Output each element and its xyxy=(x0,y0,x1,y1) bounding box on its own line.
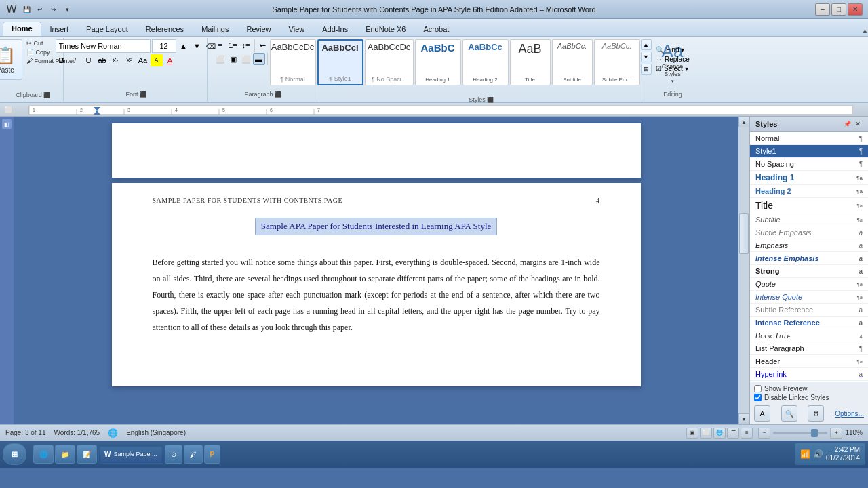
minimize-btn[interactable]: – xyxy=(815,3,830,16)
font-size-input[interactable] xyxy=(152,39,176,53)
tab-endnote[interactable]: EndNote X6 xyxy=(357,22,414,36)
scrollbar-track[interactable] xyxy=(738,127,749,413)
doc-title[interactable]: Sample APA Paper for Students Interested… xyxy=(255,218,498,235)
italic-btn[interactable]: I xyxy=(69,54,81,66)
web-layout-btn[interactable]: 🌐 xyxy=(713,428,726,439)
font-size-decrease-btn[interactable]: ▼ xyxy=(191,40,203,52)
style-normal-btn[interactable]: AaBbCcDc ¶ Normal xyxy=(270,39,316,85)
clipboard-expand-icon[interactable]: ⬛ xyxy=(43,92,50,98)
taskbar-ie[interactable]: 🌐 xyxy=(33,445,54,464)
taskbar-explorer[interactable]: 📁 xyxy=(55,445,75,464)
text-highlight-btn[interactable]: A xyxy=(151,54,163,66)
ruler-toggle[interactable]: ⬜ xyxy=(1,106,15,113)
doc-map-btn[interactable]: ◧ xyxy=(2,119,12,129)
style-subtitle-btn[interactable]: AaBbCc. Subtitle xyxy=(552,39,593,85)
bold-btn[interactable]: B xyxy=(56,54,68,66)
style-item-quote[interactable]: Quote ¶a xyxy=(750,278,868,291)
draft-btn[interactable]: ≡ xyxy=(741,428,753,439)
strikethrough-btn[interactable]: ab xyxy=(96,54,108,66)
zoom-thumb[interactable] xyxy=(811,429,818,437)
font-expand-icon[interactable]: ⬛ xyxy=(140,92,146,98)
underline-btn[interactable]: U xyxy=(83,54,95,66)
tab-mailings[interactable]: Mailings xyxy=(193,22,237,36)
disable-linked-checkbox[interactable]: Disable Linked Styles xyxy=(754,394,864,401)
undo-quick-btn[interactable]: ↩ xyxy=(34,3,46,16)
style-item-strong[interactable]: Strong a xyxy=(750,265,868,278)
paste-button[interactable]: 📋 Paste xyxy=(0,39,22,80)
panel-pin-btn[interactable]: 📌 xyxy=(842,119,852,129)
justify-btn[interactable]: ▬ xyxy=(253,53,265,65)
superscript-btn[interactable]: X² xyxy=(123,54,136,66)
disable-linked-input[interactable] xyxy=(754,394,762,401)
style-item-book-title[interactable]: Book Title a xyxy=(750,329,868,342)
select-btn[interactable]: ☑ Select ▾ xyxy=(653,64,690,73)
taskbar-ppt[interactable]: P xyxy=(204,445,221,464)
close-btn[interactable]: ✕ xyxy=(848,3,863,16)
new-style-btn[interactable]: A xyxy=(754,405,770,422)
replace-btn[interactable]: ↔ Replace xyxy=(653,55,692,64)
tab-acrobat[interactable]: Acrobat xyxy=(414,22,458,36)
style-item-subtle-em[interactable]: Subtle Emphasis a xyxy=(750,226,868,239)
panel-close-btn[interactable]: ✕ xyxy=(853,119,863,129)
taskbar-word[interactable]: W Sample Paper... xyxy=(98,445,163,464)
style-item-heading1[interactable]: Heading 1 ¶a xyxy=(750,171,868,185)
zoom-out-btn[interactable]: − xyxy=(758,428,770,439)
change-case-btn[interactable]: Aa xyxy=(137,54,149,66)
tab-view[interactable]: View xyxy=(280,22,314,36)
scrollbar-up-btn[interactable]: ▲ xyxy=(738,117,749,127)
print-layout-btn[interactable]: ▣ xyxy=(686,428,698,439)
taskbar-chrome[interactable]: ⊙ xyxy=(165,445,182,464)
maximize-btn[interactable]: □ xyxy=(831,3,846,16)
manage-styles-btn[interactable]: ⚙ xyxy=(808,405,824,422)
tab-references[interactable]: References xyxy=(137,22,193,36)
scrollbar-thumb[interactable] xyxy=(739,214,749,254)
style-subtleem-btn[interactable]: AaBbCc. Subtle Em... xyxy=(594,39,640,85)
options-btn[interactable]: Options... xyxy=(835,410,864,418)
ribbon-collapse-btn[interactable]: ▲ xyxy=(862,27,868,34)
style-item-intense-quote[interactable]: Intense Quote ¶a xyxy=(750,291,868,304)
scrollbar-down-btn[interactable]: ▼ xyxy=(738,413,749,424)
style-item-subtle-ref[interactable]: Subtle Reference a xyxy=(750,304,868,317)
show-preview-input[interactable] xyxy=(754,385,762,392)
start-button[interactable]: ⊞ xyxy=(3,443,26,465)
font-size-increase-btn[interactable]: ▲ xyxy=(178,40,190,52)
tab-page-layout[interactable]: Page Layout xyxy=(77,22,137,36)
style-item-intense-ref[interactable]: Intense Reference a xyxy=(750,317,868,329)
outline-btn[interactable]: ☰ xyxy=(727,428,739,439)
find-btn[interactable]: 🔍 Find ▾ xyxy=(653,45,687,54)
zoom-in-btn[interactable]: + xyxy=(830,428,842,439)
taskbar-notepad[interactable]: 📝 xyxy=(77,445,97,464)
zoom-slider[interactable] xyxy=(773,432,827,434)
style-item-title[interactable]: Title ¶a xyxy=(750,198,868,214)
multilevel-list-btn[interactable]: ↕≡ xyxy=(240,39,252,52)
style-item-normal[interactable]: Normal ¶ xyxy=(750,132,868,145)
style-title-btn[interactable]: AaB Title xyxy=(510,39,551,85)
decrease-indent-btn[interactable]: ⇤ xyxy=(257,39,269,52)
style-item-list-para[interactable]: List Paragraph ¶ xyxy=(750,342,868,355)
style-inspector-btn[interactable]: 🔍 xyxy=(781,405,797,422)
style-item-subtitle[interactable]: Subtitle ¶a xyxy=(750,214,868,226)
doc-body[interactable]: Before getting started you will notice s… xyxy=(153,254,600,336)
align-left-btn[interactable]: ⬜ xyxy=(214,53,226,65)
font-color-btn[interactable]: A xyxy=(164,54,176,66)
redo-quick-btn[interactable]: ↪ xyxy=(47,3,60,16)
numbered-list-btn[interactable]: 1≡ xyxy=(227,39,239,52)
show-preview-checkbox[interactable]: Show Preview xyxy=(754,385,864,392)
style-heading1-btn[interactable]: AaBbC Heading 1 xyxy=(415,39,461,85)
style-style1-btn[interactable]: AaBbCcI ¶ Style1 xyxy=(317,39,363,85)
subscript-btn[interactable]: X₂ xyxy=(110,54,122,66)
align-right-btn[interactable]: ⬜ xyxy=(240,53,252,65)
style-heading2-btn[interactable]: AaBbCc Heading 2 xyxy=(462,39,509,85)
taskbar-paint[interactable]: 🖌 xyxy=(184,445,203,464)
style-item-heading2[interactable]: Heading 2 ¶a xyxy=(750,185,868,198)
style-item-intense-em[interactable]: Intense Emphasis a xyxy=(750,252,868,265)
full-screen-btn[interactable]: ⬜ xyxy=(700,428,712,439)
more-quick-btn[interactable]: ▾ xyxy=(61,3,73,16)
style-item-header[interactable]: Header ¶a xyxy=(750,355,868,368)
style-item-nospace[interactable]: No Spacing ¶ xyxy=(750,158,868,171)
tab-home[interactable]: Home xyxy=(3,22,41,36)
styles-expand-icon[interactable]: ⬛ xyxy=(487,97,494,103)
font-name-input[interactable] xyxy=(56,39,151,53)
align-center-btn[interactable]: ▣ xyxy=(227,53,239,65)
style-item-hyperlink[interactable]: Hyperlink a xyxy=(750,368,868,381)
